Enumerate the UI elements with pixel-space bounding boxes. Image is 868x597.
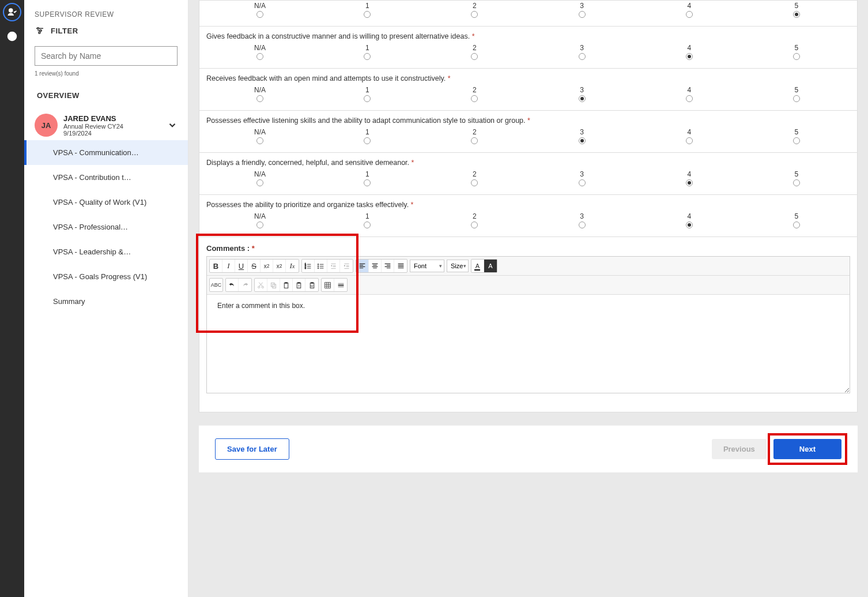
rating-radio[interactable] <box>686 11 693 18</box>
rating-radio[interactable] <box>579 179 586 186</box>
bg-color-button[interactable]: A <box>484 260 497 272</box>
question-block: Possesses effective listening skills and… <box>199 111 857 153</box>
rating-radio[interactable] <box>686 95 693 102</box>
cut-button[interactable] <box>255 279 267 291</box>
rating-radio[interactable] <box>793 137 800 144</box>
align-center-button[interactable] <box>369 260 382 272</box>
rating-radio[interactable] <box>471 221 478 228</box>
rating-radio[interactable] <box>793 53 800 60</box>
hr-button[interactable] <box>334 279 347 291</box>
subscript-button[interactable]: x2 <box>261 260 273 272</box>
rating-radio[interactable] <box>579 137 586 144</box>
rating-option: 4 <box>636 86 743 104</box>
table-button[interactable] <box>322 279 334 291</box>
text-color-button[interactable]: A <box>471 260 484 272</box>
spellcheck-button[interactable]: ABC <box>210 279 222 291</box>
rating-radio[interactable] <box>256 95 263 102</box>
rating-radio[interactable] <box>364 137 371 144</box>
sidebar-item-communication[interactable]: VPSA - Communication… <box>24 140 188 165</box>
svg-point-9 <box>318 265 319 266</box>
rating-option: 2 <box>421 170 528 189</box>
align-left-button[interactable] <box>356 260 369 272</box>
ordered-list-button[interactable]: 123 <box>302 260 315 272</box>
rating-radio[interactable] <box>471 179 478 186</box>
font-select[interactable]: Font <box>410 260 444 272</box>
rating-option: 1 <box>314 2 421 20</box>
rating-label: N/A <box>206 2 314 10</box>
rating-option: 5 <box>743 2 850 20</box>
rating-radio[interactable] <box>471 95 478 102</box>
rating-radio[interactable] <box>686 53 693 60</box>
svg-text:3: 3 <box>305 266 307 269</box>
rating-radio[interactable] <box>364 179 371 186</box>
sidebar-item-leadership[interactable]: VPSA - Leadership &… <box>24 239 188 264</box>
rating-radio[interactable] <box>793 221 800 228</box>
rating-label: 4 <box>636 2 743 10</box>
search-input[interactable] <box>35 46 178 66</box>
rating-radio[interactable] <box>793 179 800 186</box>
next-button[interactable]: Next <box>773 439 841 459</box>
rating-radio[interactable] <box>471 53 478 60</box>
rating-radio[interactable] <box>471 137 478 144</box>
previous-button[interactable]: Previous <box>712 439 767 459</box>
paste-word-button[interactable]: W <box>305 279 318 291</box>
sidebar-item-quality[interactable]: VPSA - Quality of Work (V1) <box>24 190 188 215</box>
italic-button[interactable]: I <box>222 260 235 272</box>
sidebar-item-professional[interactable]: VPSA - Professional… <box>24 215 188 239</box>
superscript-button[interactable]: x2 <box>273 260 286 272</box>
rating-radio[interactable] <box>579 95 586 102</box>
rating-radio[interactable] <box>793 95 800 102</box>
rating-radio[interactable] <box>579 11 586 18</box>
rating-label: 1 <box>314 212 421 220</box>
filter-label: FILTER <box>51 27 78 35</box>
outdent-button[interactable] <box>327 260 340 272</box>
rating-radio[interactable] <box>793 11 800 18</box>
sidebar-item-summary[interactable]: Summary <box>24 289 188 314</box>
align-right-button[interactable] <box>382 260 394 272</box>
sidebar-item-contribution[interactable]: VPSA - Contribution t… <box>24 165 188 190</box>
rating-option: 2 <box>421 2 528 20</box>
rating-radio[interactable] <box>686 221 693 228</box>
bold-button[interactable]: B <box>210 260 222 272</box>
underline-button[interactable]: U <box>235 260 248 272</box>
rich-text-editor: B I U S x2 x2 Ix 123 <box>206 256 850 393</box>
rating-radio[interactable] <box>256 53 263 60</box>
rating-radio[interactable] <box>579 53 586 60</box>
user-check-icon[interactable] <box>3 3 21 21</box>
rating-option: 4 <box>636 170 743 189</box>
list-icon[interactable] <box>3 27 21 46</box>
rating-radio[interactable] <box>364 221 371 228</box>
unordered-list-button[interactable] <box>315 260 327 272</box>
rating-radio[interactable] <box>256 11 263 18</box>
rating-label: 3 <box>529 44 636 52</box>
rating-label: 2 <box>421 128 528 136</box>
size-select[interactable]: Size <box>447 260 469 272</box>
rating-radio[interactable] <box>256 221 263 228</box>
strike-button[interactable]: S <box>248 260 261 272</box>
indent-button[interactable] <box>340 260 353 272</box>
redo-button[interactable] <box>239 279 251 291</box>
rating-radio[interactable] <box>256 179 263 186</box>
align-justify-button[interactable] <box>394 260 407 272</box>
rating-radio[interactable] <box>364 11 371 18</box>
paste-button[interactable] <box>280 279 293 291</box>
sidebar-item-goals[interactable]: VPSA - Goals Progress (V1) <box>24 264 188 289</box>
rating-radio[interactable] <box>579 221 586 228</box>
rating-radio[interactable] <box>364 95 371 102</box>
filter-row[interactable]: FILTER <box>24 18 188 39</box>
rating-radio[interactable] <box>471 11 478 18</box>
svg-text:W: W <box>311 284 314 287</box>
paste-text-button[interactable]: T <box>293 279 305 291</box>
undo-button[interactable] <box>226 279 239 291</box>
copy-button[interactable] <box>267 279 280 291</box>
rating-radio[interactable] <box>364 53 371 60</box>
rating-radio[interactable] <box>686 137 693 144</box>
rating-radio[interactable] <box>686 179 693 186</box>
save-for-later-button[interactable]: Save for Later <box>215 438 289 460</box>
rating-radio[interactable] <box>256 137 263 144</box>
clear-format-button[interactable]: Ix <box>286 260 299 272</box>
comment-textbox[interactable]: Enter a comment in this box. <box>207 295 850 393</box>
rating-option: 1 <box>314 44 421 62</box>
person-row[interactable]: JA JARED EVANS Annual Review CY24 9/19/2… <box>24 110 188 140</box>
rating-option: 4 <box>636 44 743 62</box>
